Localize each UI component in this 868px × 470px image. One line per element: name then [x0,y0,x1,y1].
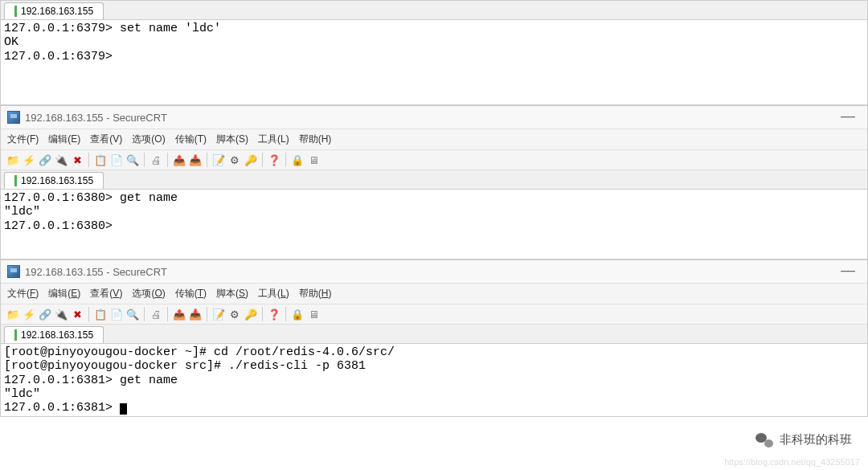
terminal-line: 127.0.0.1:6381> get name [4,374,178,387]
help-icon[interactable]: ❓ [267,307,281,321]
close-icon[interactable]: ✖ [70,153,84,167]
menu-help[interactable]: 帮助(H) [299,287,332,300]
settings-icon[interactable]: ⚙ [227,153,242,167]
terminal-output-3[interactable]: [root@pinyoyougou-docker ~]# cd /root/re… [1,344,867,416]
transfer-icon[interactable]: 📤 [172,153,186,167]
toolbar-3: 📁 ⚡ 🔗 🔌 ✖ 📋 📄 🔍 🖨 📤 📥 📝 ⚙ 🔑 ❓ 🔒 🖥 [1,304,867,325]
tab-active-indicator [14,175,17,186]
menu-options[interactable]: 选项(O) [132,133,165,146]
minimize-button[interactable]: — [841,108,855,125]
connect-icon[interactable]: 📁 [6,307,20,321]
copy-icon[interactable]: 📋 [93,153,108,167]
reconnect-icon[interactable]: 🔗 [38,307,52,321]
window-title: 192.168.163.155 - SecureCRT [25,266,167,278]
paste-icon[interactable]: 📄 [109,153,124,167]
title-bar-2: 192.168.163.155 - SecureCRT — [1,106,867,129]
terminal-line: 127.0.0.1:6379> set name 'ldc' [4,22,221,35]
menu-edit[interactable]: 编辑(E) [48,287,80,300]
tab-active-indicator [14,6,17,17]
menu-file[interactable]: 文件(F) [7,133,39,146]
session-tab-1[interactable]: 192.168.163.155 [4,2,104,19]
upload-icon[interactable]: 📥 [188,307,203,321]
screen-icon[interactable]: 🖥 [306,153,321,167]
menu-edit[interactable]: 编辑(E) [48,133,80,146]
menu-view[interactable]: 查看(V) [90,287,122,300]
menu-tools[interactable]: 工具(L) [258,133,289,146]
disconnect-icon[interactable]: 🔌 [54,153,68,167]
find-icon[interactable]: 🔍 [125,153,140,167]
terminal-line: [root@pinyoyougou-docker src]# ./redis-c… [4,359,366,373]
close-icon[interactable]: ✖ [70,307,84,321]
paste-icon[interactable]: 📄 [109,307,124,321]
quick-connect-icon[interactable]: ⚡ [22,307,36,321]
toolbar-separator [285,307,286,321]
disconnect-icon[interactable]: 🔌 [54,307,68,321]
toolbar-separator [285,153,286,167]
terminal-line: 127.0.0.1:6380> get name [4,191,178,205]
transfer-icon[interactable]: 📤 [172,307,186,321]
menu-script[interactable]: 脚本(S) [216,287,248,300]
menu-transfer[interactable]: 传输(T) [175,287,207,300]
cursor-icon [120,403,127,415]
menu-help[interactable]: 帮助(H) [299,133,332,146]
toolbar-separator [262,307,263,321]
toolbar-separator [144,307,145,321]
key-icon[interactable]: 🔑 [244,307,258,321]
terminal-output-2[interactable]: 127.0.0.1:6380> get name "ldc" 127.0.0.1… [1,190,867,259]
wechat-watermark: 非科班的科班 [755,432,852,448]
tab-label: 192.168.163.155 [21,329,93,341]
terminal-line: 127.0.0.1:6380> [4,219,113,233]
screen-icon[interactable]: 🖥 [306,307,321,321]
help-icon[interactable]: ❓ [267,153,281,167]
toolbar-separator [88,307,89,321]
copy-icon[interactable]: 📋 [93,307,108,321]
toolbar-2: 📁 ⚡ 🔗 🔌 ✖ 📋 📄 🔍 🖨 📤 📥 📝 ⚙ 🔑 ❓ 🔒 🖥 [1,150,867,170]
quick-connect-icon[interactable]: ⚡ [22,153,36,167]
lock-icon[interactable]: 🔒 [290,153,305,167]
upload-icon[interactable]: 📥 [188,153,203,167]
terminal-line: "ldc" [4,387,40,401]
tab-bar-3: 192.168.163.155 [1,325,867,344]
tab-bar-2: 192.168.163.155 [1,170,867,190]
menu-bar-2: 文件(F) 编辑(E) 查看(V) 选项(O) 传输(T) 脚本(S) 工具(L… [1,129,867,150]
toolbar-separator [262,153,263,167]
properties-icon[interactable]: 📝 [211,307,226,321]
toolbar-separator [167,307,168,321]
session-tab-2[interactable]: 192.168.163.155 [4,172,104,189]
window-title: 192.168.163.155 - SecureCRT [25,112,167,124]
reconnect-icon[interactable]: 🔗 [38,153,52,167]
csdn-watermark: https://blog.csdn.net/qq_43255017 [724,457,860,467]
terminal-output-1[interactable]: 127.0.0.1:6379> set name 'ldc' OK 127.0.… [1,20,867,104]
minimize-button[interactable]: — [841,262,855,279]
menu-transfer[interactable]: 传输(T) [175,133,207,146]
terminal-line: "ldc" [4,205,40,219]
terminal-line: 127.0.0.1:6381> [4,401,120,415]
terminal-line: OK [4,35,18,49]
toolbar-separator [167,153,168,167]
tab-label: 192.168.163.155 [21,6,93,17]
print-icon[interactable]: 🖨 [149,153,163,167]
settings-icon[interactable]: ⚙ [227,307,242,321]
menu-bar-3: 文件(F) 编辑(E) 查看(V) 选项(O) 传输(T) 脚本(S) 工具(L… [1,284,867,304]
wechat-icon [755,433,773,448]
menu-options[interactable]: 选项(O) [132,287,165,300]
tab-active-indicator [14,329,17,341]
properties-icon[interactable]: 📝 [211,153,226,167]
menu-view[interactable]: 查看(V) [90,133,122,146]
tab-label: 192.168.163.155 [21,175,93,186]
menu-file[interactable]: 文件(F) [7,287,39,300]
lock-icon[interactable]: 🔒 [290,307,305,321]
watermark-text: 非科班的科班 [780,432,852,448]
connect-icon[interactable]: 📁 [6,153,20,167]
session-tab-3[interactable]: 192.168.163.155 [4,326,104,343]
toolbar-separator [88,153,89,167]
toolbar-separator [144,153,145,167]
find-icon[interactable]: 🔍 [125,307,140,321]
menu-script[interactable]: 脚本(S) [216,133,248,146]
key-icon[interactable]: 🔑 [244,153,258,167]
menu-tools[interactable]: 工具(L) [258,287,289,300]
terminal-line: [root@pinyoyougou-docker ~]# cd /root/re… [4,345,395,359]
print-icon[interactable]: 🖨 [149,307,163,321]
toolbar-separator [207,153,207,167]
title-bar-3: 192.168.163.155 - SecureCRT — [1,260,867,284]
